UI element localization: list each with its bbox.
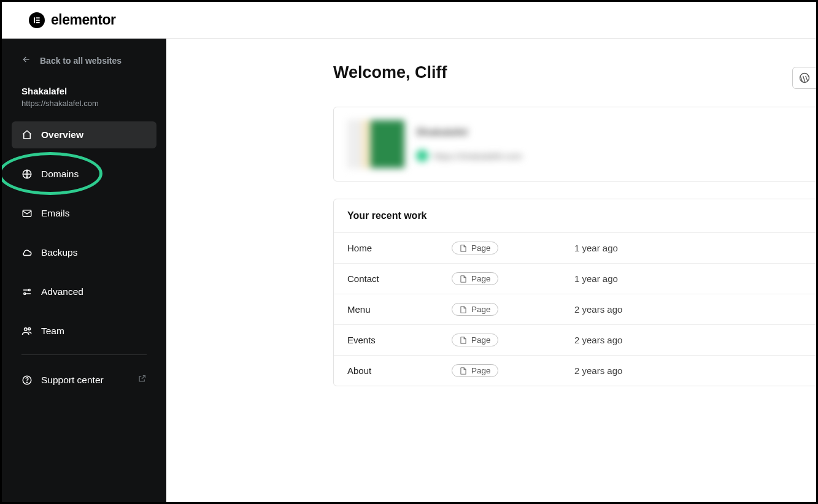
row-type-pill[interactable]: Page: [452, 272, 498, 285]
globe-icon: [21, 169, 33, 180]
site-thumbnail: [347, 120, 405, 169]
svg-point-9: [28, 327, 31, 330]
external-link-icon: [137, 374, 147, 386]
secure-icon: [416, 150, 428, 162]
row-type-label: Page: [471, 335, 491, 345]
sidebar-site-name: Shakalafel: [21, 86, 147, 96]
arrow-left-icon: [21, 55, 31, 66]
sidebar-item-backups[interactable]: Backups: [12, 239, 156, 266]
row-type-pill[interactable]: Page: [452, 364, 498, 377]
svg-point-7: [24, 293, 26, 295]
svg-point-8: [25, 328, 28, 331]
table-row[interactable]: Events Page 2 years ago: [334, 325, 816, 356]
svg-rect-3: [36, 21, 40, 23]
sidebar-item-label: Team: [41, 326, 64, 337]
site-card-url-row: https://shakalafel.com: [416, 150, 816, 162]
row-name: Home: [347, 243, 452, 253]
mail-icon: [21, 208, 33, 219]
row-type-label: Page: [471, 366, 491, 375]
page-icon: [459, 244, 468, 253]
row-time: 2 years ago: [574, 335, 816, 345]
help-icon: [21, 375, 33, 386]
row-name: Events: [347, 335, 452, 345]
sidebar-item-label: Support center: [41, 375, 104, 386]
svg-rect-1: [36, 17, 40, 18]
sidebar-item-support[interactable]: Support center: [12, 366, 156, 394]
back-to-websites[interactable]: Back to all websites: [12, 52, 156, 69]
sidebar-item-team[interactable]: Team: [12, 318, 156, 345]
row-type-pill[interactable]: Page: [452, 334, 498, 346]
site-card-title: Shakalafel: [416, 126, 816, 139]
svg-rect-2: [36, 20, 40, 21]
page-icon: [459, 305, 468, 314]
table-row[interactable]: Menu Page 2 years ago: [334, 294, 816, 325]
sidebar-item-domains[interactable]: Domains: [12, 161, 156, 188]
page-icon: [459, 367, 468, 375]
brand-icon: [29, 12, 45, 28]
users-icon: [21, 326, 33, 337]
sidebar-item-emails[interactable]: Emails: [12, 200, 156, 227]
wordpress-button[interactable]: [792, 67, 816, 89]
sidebar-item-label: Domains: [41, 169, 79, 180]
row-name: About: [347, 365, 452, 376]
sidebar: Back to all websites Shakalafel https://…: [2, 39, 166, 502]
row-type-label: Page: [471, 305, 491, 314]
sidebar-item-label: Overview: [41, 129, 83, 140]
row-type-pill[interactable]: Page: [452, 242, 498, 254]
sidebar-divider: [21, 354, 147, 355]
table-row[interactable]: About Page 2 years ago: [334, 356, 816, 386]
site-card[interactable]: Shakalafel https://shakalafel.com: [333, 107, 816, 181]
sidebar-item-advanced[interactable]: Advanced: [12, 278, 156, 305]
row-type-pill[interactable]: Page: [452, 303, 498, 316]
page-icon: [459, 275, 468, 283]
svg-point-6: [28, 289, 30, 291]
row-name: Menu: [347, 304, 452, 315]
cloud-icon: [21, 247, 33, 258]
brand-name: elementor: [51, 12, 115, 28]
recent-work-header: Your recent work: [334, 199, 816, 233]
sidebar-site-block: Shakalafel https://shakalafel.com: [12, 86, 156, 121]
row-name: Contact: [347, 273, 452, 284]
sidebar-site-url: https://shakalafel.com: [21, 99, 147, 108]
recent-work-card: Your recent work Home Page 1 year ago Co…: [333, 199, 816, 386]
row-type-label: Page: [471, 243, 491, 253]
svg-rect-0: [34, 17, 35, 23]
svg-point-11: [26, 382, 27, 383]
main: Welcome, Cliff Shakalafel https://shakal…: [166, 39, 816, 502]
table-row[interactable]: Home Page 1 year ago: [334, 233, 816, 264]
brand[interactable]: elementor: [29, 12, 115, 28]
home-icon: [21, 129, 33, 140]
page-title: Welcome, Cliff: [333, 63, 816, 82]
table-row[interactable]: Contact Page 1 year ago: [334, 264, 816, 294]
row-type-label: Page: [471, 274, 491, 283]
sidebar-item-label: Backups: [41, 247, 77, 258]
row-time: 1 year ago: [574, 273, 816, 284]
sidebar-nav: Overview Domains Emails Backups: [12, 121, 156, 394]
back-label: Back to all websites: [40, 56, 122, 66]
page-icon: [459, 336, 468, 345]
sidebar-item-overview[interactable]: Overview: [12, 121, 156, 148]
row-time: 2 years ago: [574, 304, 816, 315]
row-time: 2 years ago: [574, 365, 816, 376]
topbar: elementor: [2, 2, 816, 39]
sidebar-item-label: Advanced: [41, 286, 83, 297]
site-card-url: https://shakalafel.com: [433, 151, 522, 161]
sidebar-item-label: Emails: [41, 208, 70, 219]
row-time: 1 year ago: [574, 243, 816, 253]
sliders-icon: [21, 286, 33, 297]
